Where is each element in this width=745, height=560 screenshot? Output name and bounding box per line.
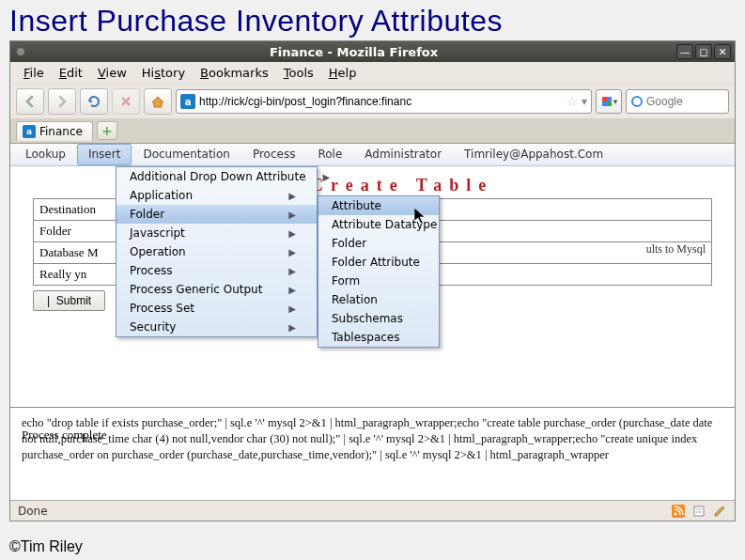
submenu-item[interactable]: Process Set▶	[116, 299, 317, 318]
svg-point-4	[632, 97, 642, 106]
chevron-right-icon: ▶	[288, 266, 296, 276]
submit-button[interactable]: | Submit	[33, 290, 105, 311]
chevron-right-icon: ▶	[288, 247, 296, 257]
menu-tools[interactable]: Tools	[278, 64, 319, 82]
url-input[interactable]	[199, 95, 562, 108]
go-button[interactable]: ▾	[596, 89, 622, 114]
titlebar: Finance - Mozilla Firefox — ◻ ✕	[10, 41, 735, 62]
search-input[interactable]	[646, 95, 712, 108]
browser-menubar: File Edit View History Bookmarks Tools H…	[10, 62, 735, 84]
forward-button[interactable]	[48, 88, 76, 115]
window-menu-icon[interactable]	[10, 47, 31, 56]
new-tab-button[interactable]: +	[97, 121, 117, 140]
menu-file[interactable]: File	[18, 64, 50, 82]
copyright: ©Tim Riley	[0, 521, 745, 559]
submenu-item[interactable]: Folder Attribute	[318, 253, 439, 272]
menu-history[interactable]: History	[136, 64, 191, 82]
tab-finance[interactable]: a Finance	[16, 121, 93, 141]
feed-icon[interactable]	[671, 504, 686, 519]
chevron-right-icon: ▶	[288, 228, 296, 239]
submenu-item[interactable]: Security▶	[116, 318, 317, 336]
submenu-item[interactable]: Relation	[318, 290, 439, 309]
submenu-item[interactable]: Attribute Datatype	[318, 215, 439, 234]
notes-icon[interactable]	[691, 504, 706, 519]
process-complete: Process complete	[10, 424, 118, 450]
appmenu-process[interactable]: Process	[241, 144, 307, 165]
url-bar[interactable]: a ☆ ▾	[176, 89, 592, 114]
chevron-right-icon: ▶	[288, 191, 296, 201]
chevron-right-icon: ▶	[288, 322, 296, 333]
page-content: Lookup Insert Documentation Process Role…	[10, 143, 735, 500]
submenu-item[interactable]: Javascript▶	[116, 224, 317, 242]
appmenu-user[interactable]: Timriley@Appahost.Com	[453, 144, 614, 165]
submenu-item-folder[interactable]: Folder▶	[116, 205, 317, 224]
tab-label: Finance	[39, 125, 83, 138]
home-button[interactable]	[144, 88, 172, 115]
chevron-right-icon: ▶	[288, 303, 296, 314]
tab-strip: a Finance +	[10, 118, 735, 143]
stop-button[interactable]	[112, 88, 140, 115]
menu-bookmarks[interactable]: Bookmarks	[194, 64, 274, 82]
window-title: Finance - Mozilla Firefox	[31, 45, 676, 59]
submenu-item[interactable]: Process Generic Output▶	[116, 280, 317, 299]
svg-rect-2	[602, 97, 607, 101]
submenu-item[interactable]: Tablespaces	[318, 328, 439, 347]
submenu-item[interactable]: Subschemas	[318, 309, 439, 328]
appmenu-insert[interactable]: Insert	[77, 144, 132, 165]
bookmark-star-icon[interactable]: ☆	[566, 94, 578, 109]
tab-favicon-icon: a	[23, 125, 36, 138]
menu-help[interactable]: Help	[323, 64, 363, 82]
submenu-item[interactable]: Form	[318, 272, 439, 290]
status-text: Done	[18, 505, 48, 518]
url-dropdown-icon[interactable]: ▾	[582, 95, 587, 108]
submenu-item[interactable]: Application▶	[116, 186, 317, 205]
reload-button[interactable]	[80, 88, 108, 115]
appmenu-lookup[interactable]: Lookup	[14, 144, 77, 165]
slide-title: Insert Purchase Inventory Attributes	[0, 0, 745, 40]
minimize-button[interactable]: —	[676, 44, 693, 59]
folder-submenu: Attribute Attribute Datatype Folder Fold…	[318, 195, 440, 348]
submenu-item[interactable]: Additional Drop Down Attribute▶	[116, 167, 317, 186]
close-button[interactable]: ✕	[714, 44, 731, 59]
pencil-icon[interactable]	[712, 504, 727, 519]
submenu-item[interactable]: Process▶	[116, 261, 317, 280]
svg-point-6	[675, 512, 677, 515]
maximize-button[interactable]: ◻	[695, 44, 712, 59]
favicon-icon: a	[180, 94, 195, 109]
insert-submenu: Additional Drop Down Attribute▶ Applicat…	[116, 166, 318, 337]
app-menubar: Lookup Insert Documentation Process Role…	[10, 144, 735, 166]
svg-rect-3	[607, 101, 612, 106]
appmenu-documentation[interactable]: Documentation	[132, 144, 241, 165]
back-button[interactable]	[16, 88, 44, 115]
appmenu-role[interactable]: Role	[306, 144, 353, 165]
submenu-item-attribute[interactable]: Attribute	[318, 196, 439, 215]
submenu-item[interactable]: Operation▶	[116, 242, 317, 261]
chevron-right-icon: ▶	[288, 210, 296, 220]
command-output: echo "drop table if exists purchase_orde…	[10, 407, 735, 467]
menu-view[interactable]: View	[92, 64, 132, 82]
chevron-right-icon: ▶	[323, 172, 331, 182]
menu-edit[interactable]: Edit	[54, 64, 88, 82]
status-bar: Done	[10, 500, 735, 521]
submenu-item[interactable]: Folder	[318, 234, 439, 253]
svg-rect-7	[694, 506, 704, 516]
appmenu-administrator[interactable]: Administrator	[353, 144, 453, 165]
chevron-right-icon: ▶	[288, 285, 296, 295]
browser-toolbar: a ☆ ▾ ▾	[10, 84, 735, 118]
search-box[interactable]	[626, 89, 729, 114]
google-icon	[630, 95, 644, 108]
browser-window: Finance - Mozilla Firefox — ◻ ✕ File Edi…	[9, 40, 736, 521]
svg-point-0	[17, 48, 24, 55]
